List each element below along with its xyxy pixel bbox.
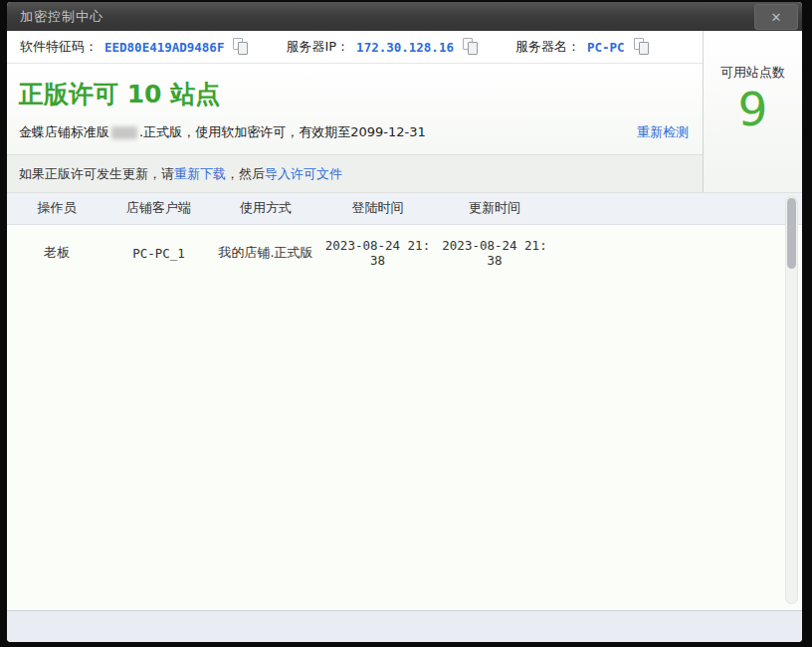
cell-login-time: 2023-08-24 21: 38 — [320, 224, 435, 276]
server-name-label: 服务器名： — [515, 38, 580, 56]
footer-bar — [7, 610, 802, 642]
available-sites-label: 可用站点数 — [704, 64, 802, 82]
window-frame: 加密控制中心 ✕ 软件特征码： EED80E419AD9486F 服务器IP： … — [7, 2, 802, 642]
update-hint-prefix: 如果正版许可发生更新，请 — [19, 165, 174, 183]
cell-update-time: 2023-08-24 21: 38 — [435, 224, 554, 276]
server-ip-label: 服务器IP： — [286, 38, 349, 56]
cell-operator: 老板 — [7, 224, 106, 276]
available-sites-panel: 可用站点数 9 — [703, 31, 802, 192]
table-row[interactable]: 老板 PC-PC_1 我的店铺.正式版 2023-08-24 21: 38 20… — [7, 224, 802, 276]
available-sites-count: 9 — [704, 84, 802, 135]
client-table: 操作员 店铺客户端 使用方式 登陆时间 更新时间 老板 PC-PC_1 我的店铺… — [7, 193, 802, 276]
column-header-client: 店铺客户端 — [106, 193, 211, 224]
feature-code-value: EED80E419AD9486F — [104, 40, 224, 55]
column-header-login-time: 登陆时间 — [320, 193, 435, 224]
recheck-link[interactable]: 重新检测 — [637, 123, 689, 141]
license-text-suffix: .正式版，使用软加密许可，有效期至2099-12-31 — [139, 123, 426, 141]
column-header-operator: 操作员 — [7, 193, 106, 224]
update-hint-middle: ，然后 — [226, 165, 265, 183]
feature-code-label: 软件特征码： — [20, 38, 98, 56]
license-detail-line: 金蝶店铺标准版 .正式版，使用软加密许可，有效期至2099-12-31 重新检测 — [19, 123, 689, 154]
title-bar: 加密控制中心 ✕ — [7, 2, 802, 31]
scrollbar-thumb[interactable] — [787, 198, 796, 269]
column-header-usage: 使用方式 — [211, 193, 320, 224]
redacted-version — [111, 126, 137, 139]
cell-client: PC-PC_1 — [106, 224, 211, 276]
server-ip-item: 服务器IP： 172.30.128.16 — [286, 38, 480, 56]
copy-icon[interactable] — [634, 38, 651, 56]
server-name-value: PC-PC — [587, 40, 625, 55]
column-header-spacer — [554, 193, 802, 224]
server-ip-value: 172.30.128.16 — [356, 40, 454, 55]
license-section: 正版许可 10 站点 金蝶店铺标准版 .正式版，使用软加密许可，有效期至2099… — [7, 64, 703, 154]
cell-usage: 我的店铺.正式版 — [211, 224, 320, 276]
license-text-prefix: 金蝶店铺标准版 — [19, 123, 109, 141]
redownload-link[interactable]: 重新下载 — [174, 165, 226, 183]
vertical-scrollbar[interactable] — [785, 196, 798, 604]
import-license-link[interactable]: 导入许可文件 — [265, 165, 342, 183]
copy-icon[interactable] — [233, 38, 250, 56]
server-info-bar: 软件特征码： EED80E419AD9486F 服务器IP： 172.30.12… — [7, 31, 703, 64]
license-heading: 正版许可 10 站点 — [19, 78, 689, 110]
copy-icon[interactable] — [463, 38, 480, 56]
close-button[interactable]: ✕ — [754, 4, 798, 30]
window-body: 软件特征码： EED80E419AD9486F 服务器IP： 172.30.12… — [7, 31, 802, 610]
client-table-area: 操作员 店铺客户端 使用方式 登陆时间 更新时间 老板 PC-PC_1 我的店铺… — [7, 192, 802, 610]
cell-spacer — [554, 224, 802, 276]
upper-region: 软件特征码： EED80E419AD9486F 服务器IP： 172.30.12… — [7, 31, 802, 192]
table-header-row: 操作员 店铺客户端 使用方式 登陆时间 更新时间 — [7, 193, 802, 224]
close-icon: ✕ — [771, 11, 782, 24]
server-name-item: 服务器名： PC-PC — [515, 38, 651, 56]
license-column: 软件特征码： EED80E419AD9486F 服务器IP： 172.30.12… — [7, 31, 703, 192]
column-header-update-time: 更新时间 — [435, 193, 554, 224]
update-hint-bar: 如果正版许可发生更新，请重新下载，然后导入许可文件 — [7, 154, 703, 192]
feature-code-item: 软件特征码： EED80E419AD9486F — [20, 38, 250, 56]
window-title: 加密控制中心 — [20, 8, 754, 26]
